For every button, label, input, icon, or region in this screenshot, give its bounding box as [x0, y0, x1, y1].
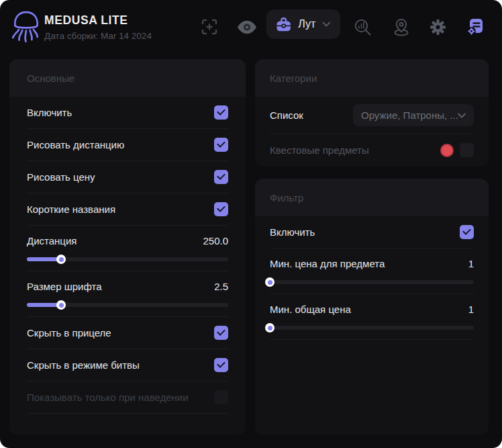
loot-category-pill[interactable]: Лут	[266, 9, 340, 39]
row-hide-in-scope[interactable]: Скрыть в прицеле	[27, 317, 228, 349]
min-total-price-thumb[interactable]	[265, 323, 274, 332]
distance-value: 250.0	[203, 235, 228, 247]
row-min-total-price: Мин. общая цена 1	[270, 294, 474, 340]
show-only-on-hover-checkbox	[214, 390, 228, 404]
short-names-checkbox[interactable]	[214, 202, 228, 216]
min-item-price-value: 1	[468, 258, 474, 269]
row-enable-label: Включить	[27, 107, 72, 118]
title-block: MEDUSA LITE Дата сборки: Mar 14 2024	[44, 13, 152, 41]
quest-items-controls	[440, 143, 474, 157]
distance-slider[interactable]	[27, 257, 228, 261]
chevron-down-icon	[322, 21, 331, 27]
row-short-names[interactable]: Короткие названия	[27, 193, 228, 226]
quest-color-swatch[interactable]	[440, 144, 454, 157]
row-draw-distance[interactable]: Рисовать дистанцию	[27, 129, 228, 161]
panel-main-title: Основные	[9, 59, 246, 97]
header-bar: MEDUSA LITE Дата сборки: Mar 14 2024	[0, 0, 502, 59]
loot-config-icon[interactable]	[466, 17, 485, 36]
row-min-item-price: Мин. цена для предмета 1	[270, 249, 474, 294]
min-total-price-label: Мин. общая цена	[270, 304, 351, 315]
filter-enable-label: Включить	[270, 226, 315, 238]
panel-categories: Категории Список Оружие, Патроны, ... Кв…	[255, 59, 489, 167]
hide-in-scope-label: Скрыть в прицеле	[27, 327, 111, 339]
min-item-price-label: Мин. цена для предмета	[270, 258, 385, 269]
quest-items-checkbox[interactable]	[460, 143, 474, 157]
loot-category-label: Лут	[298, 18, 315, 30]
row-fontsize-slider: Размер шрифта 2.5	[27, 271, 228, 317]
medusa-lite-window: MEDUSA LITE Дата сборки: Mar 14 2024	[0, 0, 502, 448]
distance-slider-fill	[27, 257, 61, 261]
panel-categories-title: Категории	[255, 59, 489, 97]
search-stats-icon[interactable]	[353, 17, 372, 36]
row-enable[interactable]: Включить	[27, 97, 228, 129]
fontsize-slider-thumb[interactable]	[56, 300, 66, 310]
row-draw-price[interactable]: Рисовать цену	[27, 161, 228, 193]
quest-items-label: Квестовые предметы	[270, 144, 369, 156]
focus-icon[interactable]	[200, 17, 219, 36]
app-title: MEDUSA LITE	[44, 13, 152, 28]
category-list-value: Оружие, Патроны, ...	[361, 109, 458, 121]
gear-icon[interactable]	[428, 17, 447, 36]
filter-enable-checkbox[interactable]	[460, 225, 474, 239]
jellyfish-logo	[9, 7, 43, 48]
hide-in-battle-label: Скрыть в режиме битвы	[27, 359, 140, 371]
briefcase-icon	[276, 17, 291, 32]
fontsize-label: Размер шрифта	[27, 281, 102, 292]
draw-price-checkbox[interactable]	[214, 170, 228, 184]
min-item-price-slider[interactable]	[270, 280, 474, 284]
min-total-price-value: 1	[468, 304, 474, 315]
row-draw-distance-label: Рисовать дистанцию	[27, 139, 124, 150]
panel-main-settings: Основные Включить Рисовать дистанцию Рис…	[9, 59, 246, 435]
hide-in-scope-checkbox[interactable]	[214, 326, 228, 340]
row-distance-slider: Дистанция 250.0	[27, 226, 228, 271]
min-item-price-thumb[interactable]	[265, 277, 274, 287]
distance-slider-thumb[interactable]	[56, 255, 66, 264]
chevron-down-icon	[458, 113, 466, 118]
build-date: Дата сборки: Mar 14 2024	[44, 31, 152, 41]
distance-label: Дистанция	[27, 235, 77, 247]
row-hide-in-battle[interactable]: Скрыть в режиме битвы	[27, 349, 228, 382]
panel-filter-title: Фильтр	[255, 179, 489, 216]
category-list-select[interactable]: Оружие, Патроны, ...	[353, 104, 474, 126]
fontsize-value: 2.5	[214, 281, 228, 292]
fontsize-slider-fill	[27, 303, 61, 307]
eye-icon[interactable]	[238, 17, 256, 36]
row-category-list: Список Оружие, Патроны, ...	[270, 97, 474, 134]
min-total-price-slider[interactable]	[270, 326, 474, 330]
location-pin-icon[interactable]	[392, 17, 411, 36]
row-filter-enable[interactable]: Включить	[270, 216, 474, 249]
show-only-on-hover-label: Показывать только при наведении	[27, 392, 189, 403]
category-list-label: Список	[270, 109, 303, 121]
enable-checkbox[interactable]	[214, 105, 228, 120]
row-show-only-on-hover: Показывать только при наведении	[27, 382, 228, 414]
row-draw-price-label: Рисовать цену	[27, 171, 95, 183]
row-quest-items[interactable]: Квестовые предметы	[270, 134, 474, 166]
fontsize-slider[interactable]	[27, 303, 228, 307]
hide-in-battle-checkbox[interactable]	[214, 358, 228, 372]
draw-distance-checkbox[interactable]	[214, 138, 228, 152]
row-short-names-label: Короткие названия	[27, 204, 115, 215]
panel-filter: Фильтр Включить Мин. цена для предмета 1	[255, 179, 489, 435]
